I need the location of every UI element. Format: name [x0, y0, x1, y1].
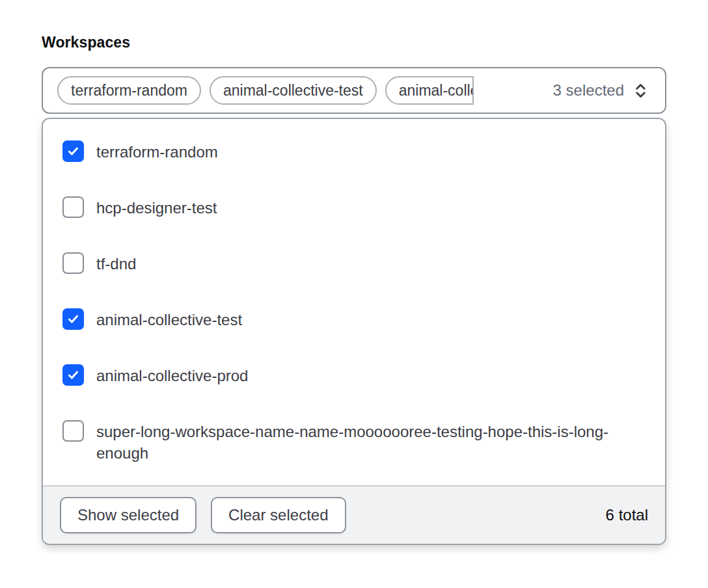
selected-tags: terraform-random animal-collective-test … [57, 76, 474, 105]
trigger-right: 3 selected [553, 81, 649, 100]
checkbox-icon[interactable] [62, 308, 84, 330]
tag-pill[interactable]: animal-collective-test [210, 76, 377, 105]
option-label: hcp-designer-test [96, 196, 217, 219]
checkbox-icon[interactable] [62, 140, 84, 162]
list-item[interactable]: animal-collective-prod [43, 347, 665, 403]
list-item[interactable]: animal-collective-test [43, 291, 665, 347]
tag-pill[interactable]: terraform-random [57, 76, 201, 105]
total-count: 6 total [606, 506, 648, 524]
options-list: terraform-random hcp-designer-test tf-dn… [43, 119, 665, 485]
list-item[interactable]: hcp-designer-test [43, 180, 665, 235]
list-item[interactable]: terraform-random [43, 124, 665, 180]
option-label: animal-collective-test [96, 308, 242, 330]
dropdown-footer: Show selected Clear selected 6 total [43, 485, 665, 544]
clear-selected-button[interactable]: Clear selected [211, 497, 346, 533]
multiselect-trigger[interactable]: terraform-random animal-collective-test … [42, 67, 666, 114]
list-item[interactable]: tf-dnd [43, 235, 665, 291]
checkbox-icon[interactable] [62, 420, 84, 442]
selected-count: 3 selected [553, 81, 624, 100]
multiselect-dropdown: terraform-random hcp-designer-test tf-dn… [42, 118, 666, 545]
option-label: super-long-workspace-name-name-moooooore… [96, 420, 648, 464]
checkbox-icon[interactable] [62, 364, 84, 386]
checkbox-icon[interactable] [62, 252, 84, 274]
show-selected-button[interactable]: Show selected [60, 497, 197, 533]
field-label: Workspaces [42, 34, 666, 51]
checkbox-icon[interactable] [62, 196, 84, 218]
option-label: terraform-random [96, 140, 218, 163]
caret-up-down-icon[interactable] [632, 82, 649, 100]
option-label: tf-dnd [96, 252, 136, 274]
tag-pill-truncated[interactable]: animal-collective-prod [385, 76, 474, 105]
workspaces-multiselect: Workspaces terraform-random animal-colle… [0, 0, 708, 545]
option-label: animal-collective-prod [96, 364, 248, 386]
list-item[interactable]: super-long-workspace-name-name-moooooore… [43, 403, 665, 481]
